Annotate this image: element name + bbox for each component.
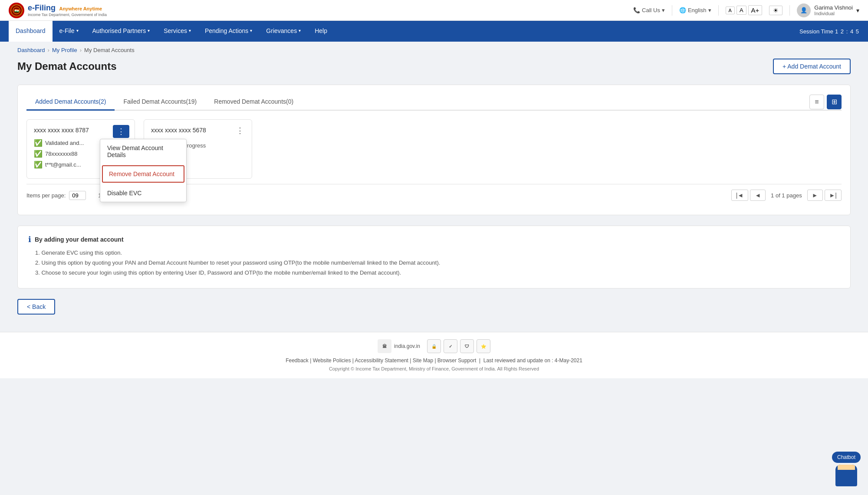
top-bar-right: 📞 Call Us ▾ 🌐 English ▾ A A A+ ☀ 👤 Garim… [633,3,859,17]
font-large-button[interactable]: A+ [748,5,763,15]
logo-area: 🇮🇳 e-Filing Anywhere Anytime Income Tax … [9,3,107,18]
list-icon: ≡ [815,98,819,106]
user-menu[interactable]: 👤 Garima Vishnoi Individual ▾ [797,3,859,17]
check-icon-1b: ✅ [34,150,43,158]
tab-removed[interactable]: Removed Demat Accounts(0) [205,94,302,111]
info-item-3: 3. Choose to secure your login using thi… [28,269,840,276]
divider [672,5,672,16]
info-list: 1. Generate EVC using this option. 2. Us… [28,249,840,276]
more-options-button-2[interactable]: ⋮ [233,125,247,136]
info-item-2: 2. Using this option by quoting your PAN… [28,259,840,266]
accounts-grid: xxxx xxxx xxxx 8787 ✅ Validated and... ✅… [26,119,842,179]
page-title: My Demat Accounts [17,60,117,72]
divider-2 [718,5,719,16]
account-number-2: xxxx xxxx xxxx 5678 [151,127,245,134]
cert-logos: 🔒 ✓ 🛡 ⭐ [427,339,490,353]
first-page-button[interactable]: |◄ [731,190,749,201]
footer-copyright: Copyright © Income Tax Department, Minis… [17,366,851,371]
tab-failed[interactable]: Failed Demat Accounts(19) [115,94,205,111]
main-content: My Demat Accounts + Add Demat Account Ad… [0,59,868,332]
font-medium-button[interactable]: A [736,6,746,15]
nav-bar: Dashboard e-File ▾ Authorised Partners ▾… [0,21,868,42]
language-selector[interactable]: 🌐 English ▾ [679,7,711,13]
phone-icon: 📞 [633,7,640,13]
india-gov-logo: 🏛 india.gov.in [378,339,420,353]
nav-services[interactable]: Services ▾ [157,21,198,42]
check-icon-1a: ✅ [34,139,43,147]
back-button[interactable]: < Back [17,299,55,315]
last-page-button[interactable]: ►| [825,190,842,201]
globe-icon: 🌐 [679,7,686,13]
user-caret: ▾ [856,7,859,14]
footer: 🏛 india.gov.in 🔒 ✓ 🛡 ⭐ Feedback | Websit… [0,332,868,378]
info-section: ℹ By adding your demat account 1. Genera… [17,226,851,288]
footer-logos: 🏛 india.gov.in 🔒 ✓ 🛡 ⭐ [17,339,851,353]
info-item-1: 1. Generate EVC using this option. [28,249,840,256]
check-icon-1c: ✅ [34,161,43,169]
user-type: Individual [814,11,853,16]
font-controls: A A A+ [726,5,763,15]
view-toggle: ≡ ⊞ [809,95,842,109]
grid-view-button[interactable]: ⊞ [827,95,842,109]
user-info: Garima Vishnoi Individual [814,4,853,16]
nav-dashboard[interactable]: Dashboard [9,21,53,42]
tabs: Added Demat Accounts(2) Failed Demat Acc… [26,94,842,111]
nav-efile[interactable]: e-File ▾ [53,21,85,42]
avatar-icon: 👤 [800,7,807,13]
nav-authorised-partners[interactable]: Authorised Partners ▾ [85,21,157,42]
pagination-controls: |◄ ◄ 1 of 1 pages ► ►| [731,190,842,201]
user-avatar: 👤 [797,3,811,17]
disable-evc-item[interactable]: Disable EVC [100,184,186,202]
nav-pending-actions[interactable]: Pending Actions ▾ [198,21,259,42]
info-header: ℹ By adding your demat account [28,235,840,244]
tab-added[interactable]: Added Demat Accounts(2) [26,94,115,111]
add-demat-account-button[interactable]: + Add Demat Account [773,59,851,74]
font-small-button[interactable]: A [726,7,735,14]
list-view-button[interactable]: ≡ [809,95,824,109]
info-title: By adding your demat account [35,236,124,243]
prev-page-button[interactable]: ◄ [750,190,766,201]
logo-subtitle: Income Tax Department, Government of Ind… [28,13,107,17]
remove-demat-account-item[interactable]: Remove Demat Account [102,165,184,183]
page-header: My Demat Accounts + Add Demat Account [17,59,851,74]
page-info: 1 of 1 pages [767,192,806,199]
svg-text:🇮🇳: 🇮🇳 [14,8,20,13]
breadcrumb: Dashboard › My Profile › My Demat Accoun… [0,42,868,59]
main-card: Added Demat Accounts(2) Failed Demat Acc… [17,85,851,215]
dropdown-menu-1: View Demat Account Details Remove Demat … [100,139,187,202]
breadcrumb-dashboard[interactable]: Dashboard [17,47,45,53]
nav-help[interactable]: Help [308,21,334,42]
items-per-page: Items per page: 09 18 27 [26,191,86,200]
footer-links: Feedback | Website Policies | Accessibil… [17,357,851,364]
top-bar: 🇮🇳 e-Filing Anywhere Anytime Income Tax … [0,0,868,21]
grid-icon: ⊞ [832,98,837,106]
user-name: Garima Vishnoi [814,4,853,11]
breadcrumb-profile[interactable]: My Profile [52,47,77,53]
info-icon: ℹ [28,235,31,244]
breadcrumb-current: My Demat Accounts [84,47,135,53]
more-options-button-1[interactable]: ⋮ [113,125,129,138]
logo-title: e-Filing Anywhere Anytime [28,3,107,13]
logo-text: e-Filing Anywhere Anytime Income Tax Dep… [28,3,107,17]
emblem-icon: 🇮🇳 [9,3,24,18]
call-us-button[interactable]: 📞 Call Us ▾ [633,7,665,13]
nav-grievances[interactable]: Grievances ▾ [259,21,308,42]
session-time: Session Time 1 2 : 4 5 [799,28,859,35]
view-demat-details-item[interactable]: View Demat Account Details [100,139,186,164]
next-page-button[interactable]: ► [807,190,823,201]
divider-3 [789,5,790,16]
per-page-select[interactable]: 09 18 27 [69,191,86,200]
account-card-1: xxxx xxxx xxxx 8787 ✅ Validated and... ✅… [26,119,135,179]
contrast-button[interactable]: ☀ [769,6,783,15]
